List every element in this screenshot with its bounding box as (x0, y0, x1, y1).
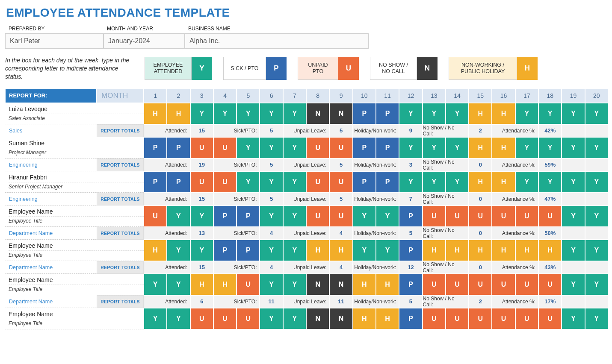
attendance-cell[interactable]: U (469, 205, 492, 227)
attendance-cell[interactable]: H (213, 274, 237, 295)
attendance-cell[interactable]: Y (585, 205, 608, 227)
attendance-cell[interactable]: Y (237, 103, 260, 124)
attendance-cell[interactable]: Y (283, 171, 306, 193)
attendance-cell[interactable]: U (538, 274, 562, 295)
attendance-cell[interactable]: H (144, 103, 167, 124)
attendance-cell[interactable]: Y (562, 205, 585, 227)
attendance-cell[interactable]: U (190, 171, 213, 193)
report-totals-button[interactable]: REPORT TOTALS (97, 227, 144, 240)
attendance-cell[interactable]: P (237, 205, 260, 227)
attendance-cell[interactable]: Y (190, 240, 213, 261)
attendance-cell[interactable]: N (329, 103, 352, 124)
attendance-cell[interactable]: Y (515, 103, 538, 124)
report-totals-button[interactable]: REPORT TOTALS (97, 124, 144, 137)
attendance-cell[interactable]: P (399, 308, 422, 329)
attendance-cell[interactable]: Y (585, 171, 608, 193)
attendance-cell[interactable]: U (538, 308, 562, 329)
attendance-cell[interactable]: H (446, 240, 469, 261)
attendance-cell[interactable]: H (376, 274, 399, 295)
prepared-by-input[interactable]: Karl Peter (5, 33, 103, 49)
attendance-cell[interactable]: N (306, 274, 329, 295)
attendance-cell[interactable]: P (237, 240, 260, 261)
attendance-cell[interactable]: U (446, 274, 469, 295)
attendance-cell[interactable]: Y (190, 205, 213, 227)
attendance-cell[interactable]: Y (585, 137, 608, 159)
attendance-cell[interactable]: Y (446, 171, 469, 193)
attendance-cell[interactable]: Y (353, 205, 376, 227)
attendance-cell[interactable]: U (329, 205, 352, 227)
attendance-cell[interactable]: U (492, 274, 515, 295)
attendance-cell[interactable]: Y (399, 103, 422, 124)
attendance-cell[interactable]: P (376, 137, 399, 159)
attendance-cell[interactable]: Y (167, 205, 190, 227)
attendance-cell[interactable]: Y (538, 103, 562, 124)
attendance-cell[interactable]: U (144, 205, 167, 227)
attendance-cell[interactable]: Y (423, 137, 446, 159)
attendance-cell[interactable]: Y (237, 137, 260, 159)
attendance-cell[interactable]: Y (562, 308, 585, 329)
attendance-cell[interactable]: Y (376, 205, 399, 227)
attendance-cell[interactable]: Y (399, 137, 422, 159)
attendance-cell[interactable]: N (329, 274, 352, 295)
attendance-cell[interactable]: P (353, 137, 376, 159)
month-year-input[interactable]: January-2024 (103, 33, 185, 49)
attendance-cell[interactable]: U (213, 137, 237, 159)
attendance-cell[interactable]: Y (562, 274, 585, 295)
attendance-cell[interactable]: H (492, 240, 515, 261)
attendance-cell[interactable]: H (329, 240, 352, 261)
attendance-cell[interactable]: Y (562, 171, 585, 193)
attendance-cell[interactable]: H (353, 274, 376, 295)
attendance-cell[interactable]: P (399, 274, 422, 295)
attendance-cell[interactable]: U (515, 308, 538, 329)
attendance-cell[interactable]: Y (446, 137, 469, 159)
attendance-cell[interactable]: H (492, 137, 515, 159)
attendance-cell[interactable]: N (306, 103, 329, 124)
attendance-cell[interactable]: P (213, 205, 237, 227)
attendance-cell[interactable]: H (353, 308, 376, 329)
attendance-cell[interactable]: U (329, 171, 352, 193)
attendance-cell[interactable]: Y (515, 171, 538, 193)
attendance-cell[interactable]: Y (144, 308, 167, 329)
attendance-cell[interactable]: N (306, 308, 329, 329)
attendance-cell[interactable]: H (469, 171, 492, 193)
attendance-cell[interactable]: Y (283, 274, 306, 295)
department-link[interactable]: Engineering (5, 159, 97, 171)
attendance-cell[interactable]: Y (260, 103, 283, 124)
department-link[interactable]: Department Name (5, 261, 97, 274)
attendance-cell[interactable]: Y (167, 274, 190, 295)
attendance-cell[interactable]: H (469, 137, 492, 159)
attendance-cell[interactable]: Y (190, 103, 213, 124)
attendance-cell[interactable]: Y (423, 103, 446, 124)
attendance-cell[interactable]: P (167, 171, 190, 193)
attendance-cell[interactable]: Y (585, 274, 608, 295)
attendance-cell[interactable]: Y (260, 205, 283, 227)
attendance-cell[interactable]: P (213, 240, 237, 261)
attendance-cell[interactable]: H (469, 103, 492, 124)
attendance-cell[interactable]: Y (446, 103, 469, 124)
attendance-cell[interactable]: Y (237, 171, 260, 193)
attendance-cell[interactable]: P (399, 240, 422, 261)
attendance-cell[interactable]: Y (283, 205, 306, 227)
attendance-cell[interactable]: Y (260, 171, 283, 193)
attendance-cell[interactable]: U (237, 308, 260, 329)
attendance-cell[interactable]: Y (260, 137, 283, 159)
attendance-cell[interactable]: U (213, 171, 237, 193)
attendance-cell[interactable]: U (515, 274, 538, 295)
attendance-cell[interactable]: U (306, 137, 329, 159)
attendance-cell[interactable]: U (306, 171, 329, 193)
attendance-cell[interactable]: Y (167, 308, 190, 329)
attendance-cell[interactable]: Y (423, 171, 446, 193)
attendance-cell[interactable]: N (329, 308, 352, 329)
attendance-cell[interactable]: Y (538, 171, 562, 193)
attendance-cell[interactable]: U (329, 137, 352, 159)
attendance-cell[interactable]: Y (353, 240, 376, 261)
attendance-cell[interactable]: Y (283, 137, 306, 159)
attendance-cell[interactable]: P (167, 137, 190, 159)
attendance-cell[interactable]: Y (399, 171, 422, 193)
attendance-cell[interactable]: H (376, 308, 399, 329)
department-link[interactable]: Engineering (5, 193, 97, 205)
attendance-cell[interactable]: U (423, 308, 446, 329)
attendance-cell[interactable]: U (190, 137, 213, 159)
attendance-cell[interactable]: Y (376, 240, 399, 261)
attendance-cell[interactable]: U (213, 308, 237, 329)
